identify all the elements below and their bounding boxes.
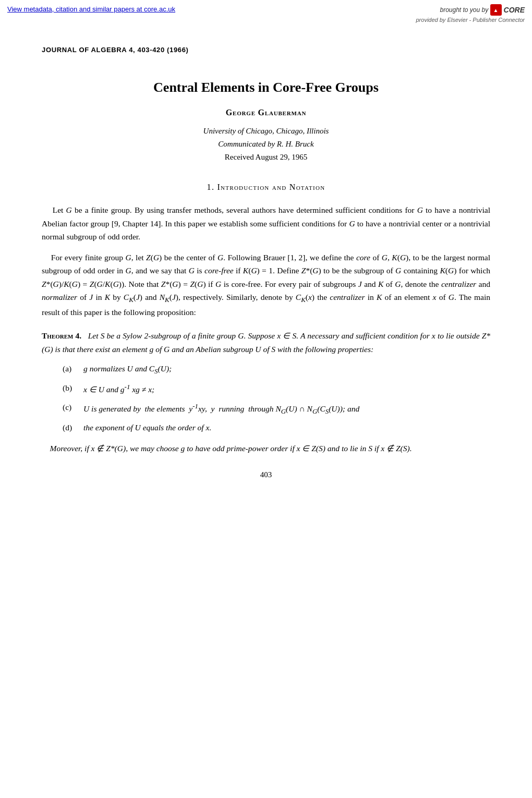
main-content: Journal of Algebra 4, 403-420 (1966) Cen… xyxy=(0,25,532,511)
paragraph-2: For every finite group G, let Z(G) be th… xyxy=(42,251,490,319)
core-branding: brought to you by ▲ CORE provided by Els… xyxy=(416,4,525,23)
core-icon: ▲ xyxy=(490,4,502,16)
page-number: 403 xyxy=(42,470,490,479)
list-item-d: (d) the exponent of U equals the order o… xyxy=(63,421,490,434)
core-link-container[interactable]: View metadata, citation and similar pape… xyxy=(7,4,175,14)
paragraph-1: Let G be a finite group. By using transf… xyxy=(42,203,490,244)
item-c-label: (c) xyxy=(63,401,78,417)
list-item-b: (b) x ∈ U and g-1 xg ≠ x; xyxy=(63,381,490,396)
core-label: CORE xyxy=(504,6,525,14)
received-date: Received August 29, 1965 xyxy=(42,153,490,162)
moreover-text: Moreover, if x ∉ Z*(G), we may choose g … xyxy=(42,442,490,455)
paper-title: Central Elements in Core-Free Groups xyxy=(42,80,490,95)
journal-header: Journal of Algebra 4, 403-420 (1966) xyxy=(42,46,490,54)
list-item-a: (a) g normalizes U and CS(U); xyxy=(63,362,490,377)
item-c-text: U is generated by the elements y-1xy, y … xyxy=(83,401,490,417)
item-d-text: the exponent of U equals the order of x. xyxy=(83,421,490,434)
provided-by-text: provided by Elsevier - Publisher Connect… xyxy=(416,17,525,23)
item-b-text: x ∈ U and g-1 xg ≠ x; xyxy=(83,381,490,396)
communicated-by: Communicated by R. H. Bruck xyxy=(42,140,490,149)
item-b-label: (b) xyxy=(63,381,78,396)
theorem-statement: Theorem 4. Let S be a Sylow 2-subgroup o… xyxy=(42,329,490,356)
theorem-list: (a) g normalizes U and CS(U); (b) x ∈ U … xyxy=(63,362,490,434)
theorem-label: Theorem 4. xyxy=(42,331,81,340)
theorem-intro: Let S be a Sylow 2-subgroup of a finite … xyxy=(42,331,490,354)
theorem-block: Theorem 4. Let S be a Sylow 2-subgroup o… xyxy=(42,329,490,455)
brought-text: brought to you by ▲ CORE xyxy=(416,4,525,16)
affiliation: University of Chicago, Chicago, Illinois xyxy=(42,127,490,136)
author-name: George Glauberman xyxy=(42,108,490,117)
top-banner: View metadata, citation and similar pape… xyxy=(0,0,532,25)
list-item-c: (c) U is generated by the elements y-1xy… xyxy=(63,401,490,417)
item-a-text: g normalizes U and CS(U); xyxy=(83,362,490,377)
section-1-heading: 1. Introduction and Notation xyxy=(42,183,490,192)
core-link[interactable]: View metadata, citation and similar pape… xyxy=(7,5,175,13)
core-logo: ▲ CORE xyxy=(490,4,525,16)
item-d-label: (d) xyxy=(63,421,78,434)
item-a-label: (a) xyxy=(63,362,78,377)
